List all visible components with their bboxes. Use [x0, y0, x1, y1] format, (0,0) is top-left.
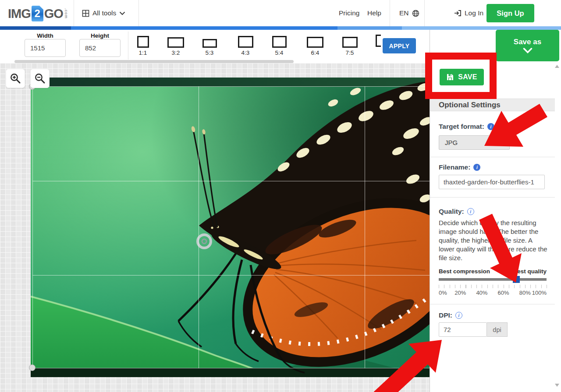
section-divider: [430, 197, 555, 198]
ratio-label: 6:4: [311, 50, 320, 56]
ratio-button-1-1[interactable]: 1:1: [126, 33, 160, 56]
nav-pricing[interactable]: Pricing: [339, 0, 359, 26]
info-icon[interactable]: i: [487, 123, 494, 130]
crop-gridline-horizontal-1: [32, 181, 430, 181]
tick-label: 20%: [454, 290, 466, 296]
crop-handle-bottom-left[interactable]: [29, 364, 36, 371]
chevron-down-icon: [500, 141, 505, 145]
header-divider: [424, 0, 425, 26]
ratio-label: 4:3: [241, 50, 250, 56]
save-label: SAVE: [458, 73, 477, 81]
quality-description: Decide which quality the resulting image…: [439, 219, 549, 262]
chevron-down-icon: [523, 48, 533, 53]
language-selector[interactable]: EN: [399, 0, 419, 26]
save-button[interactable]: SAVE: [440, 69, 484, 85]
quality-extremes-row: Best compression Best quality: [439, 268, 547, 275]
tick-label: 80%: [519, 290, 531, 296]
info-icon[interactable]: i: [473, 164, 480, 171]
ratio-label: 1:1: [139, 50, 147, 56]
nav-help[interactable]: Help: [367, 0, 381, 26]
signup-button[interactable]: Sign Up: [486, 4, 534, 22]
crop-gridline-vertical-2: [365, 86, 365, 368]
logo-text-img: IMG: [8, 7, 31, 21]
ratio-button-3-2[interactable]: 3:2: [159, 33, 193, 56]
best-compression-label: Best compression: [439, 268, 490, 275]
ratio-button-5-4[interactable]: 5:4: [262, 33, 296, 56]
ratio-button-6-4[interactable]: 6:4: [298, 33, 332, 56]
quality-slider-handle[interactable]: [513, 276, 520, 283]
img2go-logo[interactable]: IMG 2 GO .com: [8, 5, 68, 22]
logo-text-com: .com: [64, 8, 68, 19]
ratio-label: 7:5: [346, 50, 354, 56]
scrollbar-down-arrow[interactable]: [555, 384, 559, 387]
settings-panel: Save as SAVE Optional Settings Target fo…: [430, 30, 561, 392]
apply-button[interactable]: APPLY: [383, 38, 416, 53]
zoom-out-button[interactable]: [30, 69, 50, 88]
target-format-select[interactable]: JPG: [439, 135, 510, 150]
save-as-button[interactable]: Save as: [496, 30, 559, 61]
width-input[interactable]: [25, 39, 66, 57]
ratio-shape-4-3: [238, 36, 253, 48]
editor-canvas: [0, 63, 430, 392]
zoom-in-button[interactable]: [6, 69, 25, 88]
dpi-label-text: DPI:: [439, 311, 452, 319]
ratio-label: 5:4: [275, 50, 284, 56]
globe-icon: [412, 10, 419, 17]
save-as-label: Save as: [514, 38, 541, 46]
header-divider: [138, 0, 139, 26]
target-format-label-text: Target format:: [439, 123, 484, 131]
quality-tick-labels: 0% 20% 40% 60% 80% 100%: [439, 290, 547, 296]
height-label: Height: [79, 32, 121, 39]
top-header: IMG 2 GO .com All tools Pricing Help EN …: [0, 0, 561, 26]
dpi-input[interactable]: [439, 322, 487, 337]
width-label: Width: [25, 32, 66, 39]
target-format-label: Target format: i: [439, 123, 494, 131]
crop-toolbar: Width Height 1:1 3:2 5:3 4:3 5:4 6:4 7:5…: [0, 30, 430, 63]
grid-icon: [82, 10, 89, 17]
info-icon[interactable]: i: [455, 312, 462, 319]
header-divider: [390, 0, 390, 26]
login-label: Log In: [465, 9, 483, 17]
tick-label: 60%: [498, 290, 509, 296]
height-input[interactable]: [79, 39, 121, 57]
quality-slider-track[interactable]: [439, 278, 547, 281]
ratio-shape-6-4: [307, 37, 323, 48]
header-divider: [74, 0, 74, 26]
filename-label-text: Filename:: [439, 163, 470, 171]
tick-label: 40%: [476, 290, 487, 296]
scrollbar-up-arrow[interactable]: [555, 65, 559, 68]
butterfly-photo: [31, 78, 430, 377]
optional-settings-header: Optional Settings: [430, 99, 555, 111]
magnifier-plus-icon: [10, 73, 21, 84]
section-divider: [430, 304, 555, 304]
logo-2-badge: 2: [32, 6, 43, 21]
ratio-button-4-3[interactable]: 4:3: [228, 33, 263, 56]
crop-border-left: [32, 86, 33, 368]
crop-gridline-horizontal-2: [32, 275, 430, 275]
filename-input[interactable]: [439, 175, 545, 189]
enter-arrow-icon: [454, 10, 462, 17]
ratio-button-5-3[interactable]: 5:3: [192, 33, 227, 56]
image-preview[interactable]: [31, 78, 430, 377]
ratio-shape-1-1: [137, 36, 149, 48]
ratio-button-7-5[interactable]: 7:5: [333, 33, 367, 56]
ratio-shape-5-4: [272, 36, 287, 48]
login-link[interactable]: Log In: [454, 0, 483, 26]
ratio-label: 3:2: [172, 50, 180, 56]
filename-label: Filename: i: [439, 163, 480, 171]
crop-gridline-vertical-1: [199, 86, 199, 368]
floppy-icon: [446, 73, 454, 81]
toolbar-horizontal-scrollbar[interactable]: [14, 60, 294, 63]
logo-text-go: GO: [44, 7, 63, 21]
ratio-shape-7-5: [342, 37, 358, 48]
info-icon[interactable]: i: [467, 208, 474, 215]
all-tools-menu[interactable]: All tools: [82, 0, 125, 26]
chevron-down-icon: [119, 11, 125, 15]
quality-slider-ticks: [439, 285, 547, 288]
all-tools-label: All tools: [92, 9, 116, 17]
quality-label: Quality: i: [439, 208, 474, 215]
tick-label: 100%: [532, 290, 547, 296]
ratio-shape-partial: [376, 35, 381, 47]
quality-label-text: Quality:: [439, 208, 464, 215]
section-divider: [430, 157, 555, 157]
